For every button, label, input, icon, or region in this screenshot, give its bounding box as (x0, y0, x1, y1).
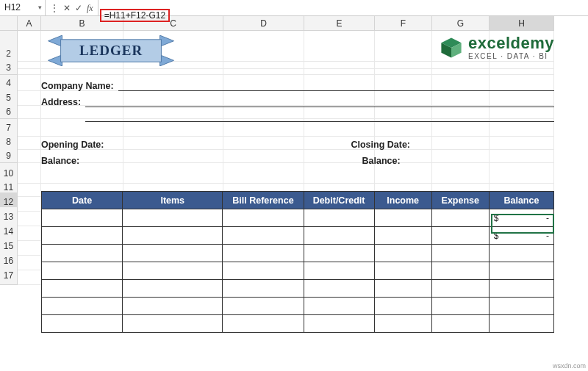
cell-H3[interactable] (490, 60, 554, 75)
cell-F2[interactable] (375, 46, 432, 62)
table-cell[interactable] (123, 298, 223, 315)
table-cell[interactable] (374, 315, 431, 333)
table-cell[interactable] (304, 262, 374, 280)
col-header-C[interactable]: C (123, 16, 223, 31)
table-cell[interactable] (489, 298, 553, 315)
table-cell[interactable] (304, 280, 374, 298)
row-header-5[interactable]: 5 (0, 90, 18, 106)
row-header-2[interactable]: 2 (0, 46, 18, 62)
col-date[interactable]: Date (42, 192, 123, 209)
name-box[interactable]: H12 ▾ (0, 0, 46, 16)
table-cell[interactable] (489, 262, 553, 280)
table-cell[interactable] (374, 262, 431, 280)
col-expense[interactable]: Expense (431, 192, 489, 209)
check-icon[interactable]: ✓ (75, 4, 82, 12)
address-input-2[interactable] (85, 112, 554, 122)
col-header-D[interactable]: D (223, 16, 304, 31)
table-cell[interactable] (374, 298, 431, 315)
table-cell[interactable] (42, 280, 123, 298)
table-cell[interactable] (489, 315, 553, 333)
chevron-down-icon[interactable]: ▾ (38, 4, 42, 11)
row-header-17[interactable]: 17 (0, 266, 18, 285)
table-cell[interactable] (304, 227, 374, 245)
table-cell[interactable] (223, 280, 304, 298)
cell-F3[interactable] (375, 60, 432, 75)
col-header-F[interactable]: F (375, 16, 432, 31)
select-all-corner[interactable] (0, 16, 18, 31)
table-cell[interactable] (431, 315, 489, 333)
table-cell[interactable] (489, 280, 553, 298)
table-cell[interactable] (42, 315, 123, 333)
cell-A4[interactable] (18, 75, 41, 91)
table-cell[interactable] (42, 245, 123, 262)
table-row[interactable] (42, 315, 554, 333)
table-cell[interactable] (374, 280, 431, 298)
table-cell[interactable] (374, 245, 431, 262)
cell-A3[interactable] (18, 60, 41, 75)
row-header-6[interactable]: 6 (0, 104, 18, 119)
col-bill-ref[interactable]: Bill Reference (223, 192, 304, 209)
table-cell[interactable] (223, 298, 304, 315)
table-cell[interactable] (304, 209, 374, 227)
cell-E2[interactable] (304, 46, 375, 62)
cell-G3[interactable] (432, 60, 490, 75)
cell-A8[interactable] (18, 134, 41, 150)
table-row[interactable] (42, 245, 554, 262)
table-cell[interactable] (431, 262, 489, 280)
cell-A5[interactable] (18, 90, 41, 106)
col-header-G[interactable]: G (432, 16, 490, 31)
table-cell[interactable]: $- (489, 227, 553, 245)
table-row[interactable] (42, 280, 554, 298)
cell-A6[interactable] (18, 104, 41, 119)
col-header-H[interactable]: H (490, 16, 554, 31)
table-row[interactable] (42, 298, 554, 315)
row-header-4[interactable]: 4 (0, 75, 18, 91)
table-cell[interactable] (374, 227, 431, 245)
table-row[interactable] (42, 262, 554, 280)
table-cell[interactable] (223, 315, 304, 333)
table-cell[interactable] (42, 209, 123, 227)
cell-A2[interactable] (18, 46, 41, 62)
table-cell[interactable] (123, 280, 223, 298)
table-cell[interactable] (123, 245, 223, 262)
col-header-E[interactable]: E (304, 16, 375, 31)
table-cell[interactable] (42, 262, 123, 280)
table-cell[interactable] (431, 227, 489, 245)
table-cell[interactable]: $- (489, 209, 553, 227)
table-row[interactable]: $- (42, 227, 554, 245)
table-cell[interactable] (123, 315, 223, 333)
table-cell[interactable] (223, 262, 304, 280)
col-items[interactable]: Items (123, 192, 223, 209)
col-income[interactable]: Income (374, 192, 431, 209)
cell-D3[interactable] (223, 60, 304, 75)
table-row[interactable]: $- (42, 209, 554, 227)
col-debit-credit[interactable]: Debit/Credit (304, 192, 374, 209)
ledger-table[interactable]: Date Items Bill Reference Debit/Credit I… (41, 191, 554, 333)
table-cell[interactable] (123, 262, 223, 280)
table-cell[interactable] (223, 209, 304, 227)
table-cell[interactable] (223, 227, 304, 245)
table-cell[interactable] (42, 298, 123, 315)
cell-A17[interactable] (18, 266, 41, 285)
table-cell[interactable] (489, 245, 553, 262)
fx-icon[interactable]: fx (87, 4, 93, 12)
col-header-A[interactable]: A (18, 16, 41, 31)
table-cell[interactable] (304, 315, 374, 333)
cell-E3[interactable] (304, 60, 375, 75)
row-header-9[interactable]: 9 (0, 148, 18, 163)
table-cell[interactable] (374, 209, 431, 227)
table-cell[interactable] (431, 209, 489, 227)
address-input-1[interactable] (85, 97, 554, 107)
company-name-input[interactable] (118, 81, 554, 91)
table-cell[interactable] (431, 298, 489, 315)
cell-A9[interactable] (18, 148, 41, 163)
table-cell[interactable] (123, 209, 223, 227)
cancel-icon[interactable]: ✕ (63, 4, 71, 12)
table-cell[interactable] (431, 245, 489, 262)
table-cell[interactable] (42, 227, 123, 245)
table-cell[interactable] (123, 227, 223, 245)
row-header-8[interactable]: 8 (0, 134, 18, 150)
table-cell[interactable] (223, 245, 304, 262)
col-header-B[interactable]: B (41, 16, 123, 31)
table-cell[interactable] (304, 298, 374, 315)
